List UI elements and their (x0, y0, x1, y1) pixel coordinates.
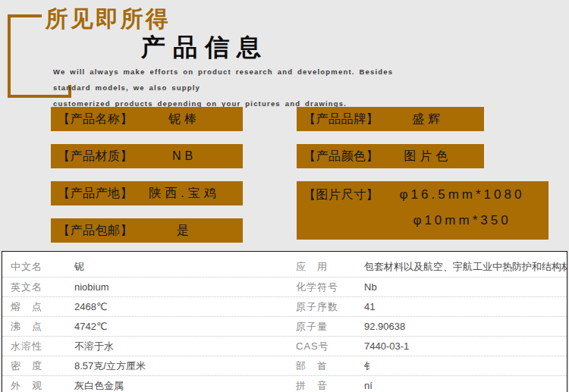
spec-value: 7440-03-1 (364, 340, 567, 352)
attr-label: 【产品产地】 (58, 186, 133, 202)
spec-label: 化学符号 (284, 281, 364, 294)
bracket-decoration-top (8, 14, 42, 17)
attr-label: 【产品材质】 (58, 149, 133, 165)
bracket-decoration-left (8, 14, 11, 98)
attr-label: 【产品包邮】 (58, 223, 133, 239)
attr-value: 图片色 (379, 149, 477, 165)
spec-label: 沸 点 (2, 320, 74, 334)
table-row: 中文名 铌 应 用 包套材料以及航空、宇航工业中热防护和结构材料 (2, 257, 567, 277)
attr-label: 【产品颜色】 (303, 149, 379, 165)
spec-value: 钅 (364, 359, 567, 373)
attr-box-picture-size: 【图片尺寸】 φ16.5mm*1080 φ10mm*350 (297, 181, 549, 240)
spec-value: 92.90638 (364, 321, 567, 332)
attr-label: 【图片尺寸】 (303, 187, 379, 203)
spec-label: CAS号 (284, 340, 364, 353)
subtitle-text: We will always make efforts on product r… (53, 64, 432, 111)
spec-value: niobium (74, 281, 284, 293)
spec-label: 密 度 (2, 359, 74, 373)
spec-label: 水溶性 (2, 340, 74, 353)
spec-label: 外 观 (2, 379, 74, 392)
spec-table: 中文名 铌 应 用 包套材料以及航空、宇航工业中热防护和结构材料 英文名 nio… (2, 251, 567, 392)
slogan-text: 所见即所得 (46, 4, 171, 35)
spec-label: 原子序数 (284, 300, 364, 314)
table-row: 密 度 8.57克/立方厘米 部 首 钅 (2, 356, 567, 375)
spec-value: 铌 (74, 260, 284, 274)
spec-label: 拼 音 (284, 379, 364, 392)
attr-value: 是 (133, 223, 236, 239)
attr-box-product-material: 【产品材质】 NB (51, 144, 243, 168)
table-row: 沸 点 4742℃ 原子量 92.90638 (2, 316, 567, 336)
spec-value: 不溶于水 (74, 340, 284, 353)
attr-box-product-origin: 【产品产地】 陕西.宝鸡 (51, 181, 243, 205)
page-title: 产品信息 (141, 31, 269, 64)
spec-value: 8.57克/立方厘米 (74, 359, 284, 373)
attr-value: 铌棒 (133, 111, 236, 127)
spec-value: 4742℃ (74, 321, 284, 332)
spec-value: 包套材料以及航空、宇航工业中热防护和结构材料 (364, 260, 567, 274)
attr-value: NB (133, 149, 236, 163)
attr-value: 盛辉 (379, 111, 477, 127)
attr-value: 陕西.宝鸡 (133, 186, 236, 202)
spec-label: 应 用 (284, 260, 364, 274)
product-info-page: 所见即所得 产品信息 We will always make efforts o… (0, 0, 569, 392)
table-row: 水溶性 不溶于水 CAS号 7440-03-1 (2, 336, 567, 356)
table-row: 英文名 niobium 化学符号 Nb (2, 277, 567, 296)
spec-value: 灰白色金属 (74, 379, 284, 392)
size-value-1: φ16.5mm*1080 (379, 187, 545, 202)
spec-value: Nb (364, 281, 567, 293)
attr-label: 【产品品牌】 (303, 111, 379, 127)
spec-label: 英文名 (2, 281, 74, 294)
attr-box-product-brand: 【产品品牌】 盛辉 (297, 107, 484, 131)
attr-box-product-name: 【产品名称】 铌棒 (51, 107, 243, 131)
spec-value: 41 (364, 301, 567, 312)
spec-value: 2468℃ (74, 301, 284, 312)
attr-box-product-color: 【产品颜色】 图片色 (297, 144, 484, 168)
spec-label: 部 首 (284, 359, 364, 373)
attr-box-free-shipping: 【产品包邮】 是 (51, 218, 243, 243)
spec-label: 熔 点 (2, 300, 74, 314)
subtitle-line-1: We will always make efforts on product r… (53, 64, 432, 96)
size-value-2: φ10mm*350 (379, 213, 545, 228)
attr-label: 【产品名称】 (58, 111, 133, 127)
table-row: 外 观 灰白色金属 拼 音 ní (2, 375, 567, 392)
spec-value: ní (364, 380, 567, 391)
size-values: φ16.5mm*1080 φ10mm*350 (379, 187, 545, 228)
table-row: 熔 点 2468℃ 原子序数 41 (2, 296, 567, 316)
spec-label: 原子量 (284, 320, 364, 334)
spec-label: 中文名 (2, 260, 74, 274)
